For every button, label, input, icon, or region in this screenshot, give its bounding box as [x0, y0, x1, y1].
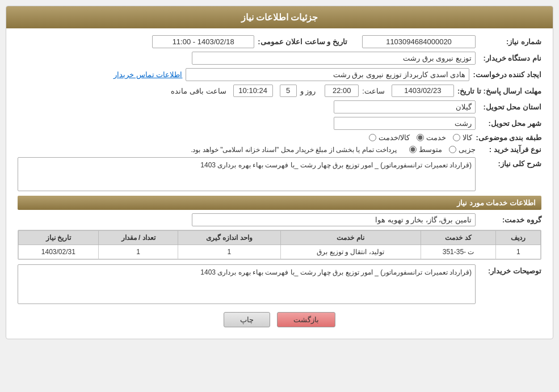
service-table: ردیف کد خدمت نام خدمت واحد اندازه گیری ت…	[18, 230, 541, 259]
ijad-link[interactable]: اطلاعات تماس خریدار	[114, 70, 182, 79]
ostan-label: استان محل تحویل:	[479, 103, 541, 111]
row-tosih: توصیحات خریدار: (قرارداد تعمیرات ترانسفو…	[18, 264, 541, 304]
row-ijad: ایجاد کننده درخواست: هادی اسدی کاربرداز …	[18, 68, 541, 81]
back-button[interactable]: بازگشت	[277, 312, 335, 327]
tabaqe-radio-group: کالا خدمت کالا/خدمت	[369, 133, 473, 142]
main-card: جزئیات اطلاعات نیاز شماره نیاز: 11030946…	[6, 6, 553, 339]
grohe-label: گروه خدمت:	[479, 216, 541, 224]
ijad-value: هادی اسدی کاربرداز توزیع نیروی برق رشت	[186, 68, 469, 81]
noe-farayand-label: نوع فرآیند خرید :	[479, 145, 541, 154]
tabaqe-kala: کالا	[453, 133, 472, 142]
mohlat-baqi-label: ساعت باقی مانده	[171, 87, 226, 95]
col-tedad: تعداد / مقدار	[98, 231, 178, 245]
print-button[interactable]: چاپ	[224, 312, 270, 327]
grohe-value: تامین برق، گاز، بخار و تهویه هوا	[192, 213, 476, 226]
col-radif: ردیف	[496, 231, 541, 245]
tabaqe-kala-khedmat-label: کالا/خدمت	[379, 133, 410, 142]
card-header: جزئیات اطلاعات نیاز	[6, 6, 553, 28]
nam-dastgah-value: توزیع نیروی برق رشت	[192, 52, 476, 65]
row-shomara-tarikh: شماره نیاز: 1103094684000020 تاریخ و ساع…	[18, 35, 541, 48]
tabaqe-khedmat-label: خدمت	[426, 133, 446, 142]
row-noe-farayand: نوع فرآیند خرید : جزیی متوسط پرداخت تمام…	[18, 145, 541, 154]
row-ostan: استان محل تحویل: گیلان	[18, 100, 541, 113]
row-nam-dastgah: نام دستگاه خریدار: توزیع نیروی برق رشت	[18, 52, 541, 65]
row-sharh: شرح کلی نیاز: (قرارداد تعمیرات ترانسفورم…	[18, 157, 541, 191]
cell-tedad: 1	[98, 245, 178, 259]
tabaqe-kala-khedmat: کالا/خدمت	[369, 133, 410, 142]
shahr-label: شهر محل تحویل:	[479, 119, 541, 128]
page-title: جزئیات اطلاعات نیاز	[241, 12, 318, 22]
mohlat-date: 1403/02/23	[392, 85, 454, 97]
noe-motevaset-label: متوسط	[419, 145, 442, 154]
tabaqe-kala-label: کالا	[463, 133, 472, 142]
tabaqe-label: طبقه بندی موضوعی:	[476, 133, 541, 142]
noe-jozi: جزیی	[449, 145, 476, 154]
action-buttons: بازگشت چاپ	[18, 312, 541, 327]
mohlat-baqi: 10:10:24	[233, 85, 273, 97]
ijad-label: ایجاد کننده درخواست:	[473, 70, 541, 79]
khadamat-section-title: اطلاعات خدمات مورد نیاز	[18, 196, 541, 210]
row-tabaqe: طبقه بندی موضوعی: کالا خدمت کالا/خدمت	[18, 133, 541, 142]
mohlat-rooz-label: روز و	[300, 87, 316, 95]
cell-tarikh: 1403/02/31	[19, 245, 99, 259]
col-tarikh: تاریخ نیاز	[19, 231, 99, 245]
mohlat-saat-label: ساعت:	[362, 87, 385, 95]
mohlat-rooz: 5	[280, 85, 297, 97]
shahr-value: رشت	[334, 117, 476, 130]
noe-jozi-label: جزیی	[459, 145, 476, 154]
row-grohe: گروه خدمت: تامین برق، گاز، بخار و تهویه …	[18, 213, 541, 226]
tarikh-label: تاریخ و ساعت اعلان عمومی:	[258, 37, 347, 46]
card-body: شماره نیاز: 1103094684000020 تاریخ و ساع…	[6, 28, 553, 339]
noe-jozi-radio[interactable]	[449, 146, 456, 153]
tabaqe-khedmat-radio[interactable]	[417, 134, 424, 141]
table-header-row: ردیف کد خدمت نام خدمت واحد اندازه گیری ت…	[19, 231, 541, 245]
col-nam: نام خدمت	[280, 231, 421, 245]
noe-motevaset: متوسط	[409, 145, 442, 154]
shomara-value: 1103094684000020	[362, 35, 476, 48]
cell-kod: ت -35-351	[421, 245, 496, 259]
page-wrapper: جزئیات اطلاعات نیاز شماره نیاز: 11030946…	[0, 0, 559, 392]
col-kod: کد خدمت	[421, 231, 496, 245]
sharh-label: شرح کلی نیاز:	[479, 159, 541, 168]
tosih-label: توصیحات خریدار:	[479, 267, 541, 275]
col-vahed: واحد اندازه گیری	[178, 231, 280, 245]
cell-vahed: 1	[178, 245, 280, 259]
tabaqe-kala-khedmat-radio[interactable]	[369, 134, 376, 141]
noe-motevaset-radio[interactable]	[409, 146, 417, 153]
row-shahr: شهر محل تحویل: رشت	[18, 117, 541, 130]
mohlat-label: مهلت ارسال پاسخ: تا تاریخ:	[457, 87, 541, 95]
mohlat-saat: 22:00	[325, 85, 359, 97]
tabaqe-kala-radio[interactable]	[453, 134, 460, 141]
shomara-label: شماره نیاز:	[479, 37, 541, 46]
service-table-wrapper: ردیف کد خدمت نام خدمت واحد اندازه گیری ت…	[18, 230, 541, 260]
noe-farayand-note: پرداخت تمام یا بخشی از مبلغ خریدار محل "…	[191, 146, 397, 154]
ostan-value: گیلان	[334, 100, 476, 113]
table-row: 1 ت -35-351 تولید، انتقال و توزیع برق 1 …	[19, 245, 541, 259]
cell-nam: تولید، انتقال و توزیع برق	[280, 245, 421, 259]
tarikh-value: 1403/02/18 - 11:00	[152, 35, 254, 48]
row-mohlat: مهلت ارسال پاسخ: تا تاریخ: 1403/02/23 سا…	[18, 85, 541, 97]
noe-farayand-radio-group: جزیی متوسط	[409, 145, 476, 154]
tosih-value: (قرارداد تعمیرات ترانسفورماتور) _ امور ت…	[18, 264, 476, 304]
sharh-value: (قرارداد تعمیرات ترانسفورماتور) _ امور ت…	[18, 157, 476, 191]
cell-radif: 1	[496, 245, 541, 259]
tabaqe-khedmat: خدمت	[417, 133, 446, 142]
nam-dastgah-label: نام دستگاه خریدار:	[479, 54, 541, 62]
